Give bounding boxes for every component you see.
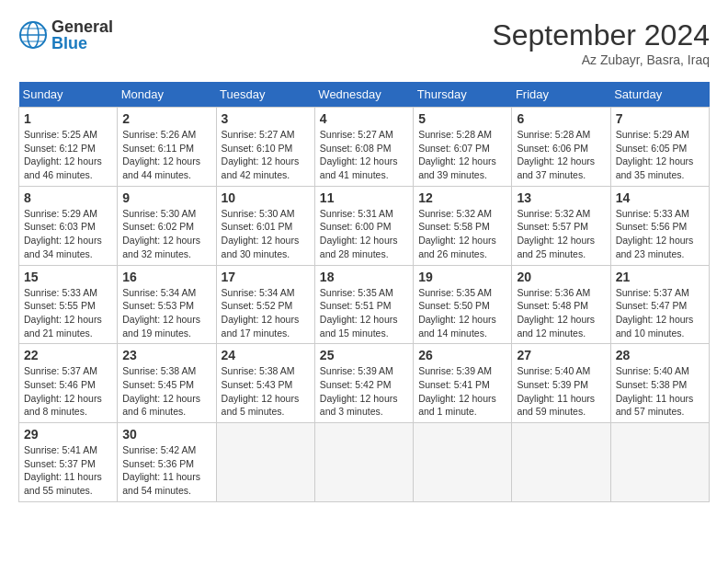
calendar-cell: 15Sunrise: 5:33 AMSunset: 5:55 PMDayligh… bbox=[19, 265, 118, 344]
day-number: 24 bbox=[222, 348, 310, 362]
calendar-cell: 29Sunrise: 5:41 AMSunset: 5:37 PMDayligh… bbox=[19, 423, 118, 502]
day-number: 9 bbox=[122, 190, 210, 205]
day-number: 10 bbox=[222, 190, 310, 205]
logo-text: General Blue bbox=[51, 18, 113, 52]
day-number: 5 bbox=[418, 111, 506, 126]
day-header-saturday: Saturday bbox=[610, 82, 709, 108]
day-header-monday: Monday bbox=[118, 82, 216, 108]
location: Az Zubayr, Basra, Iraq bbox=[492, 52, 710, 67]
cell-info: Sunrise: 5:32 AMSunset: 5:57 PMDaylight:… bbox=[517, 207, 605, 261]
calendar-cell: 2Sunrise: 5:26 AMSunset: 6:11 PMDaylight… bbox=[118, 108, 216, 187]
cell-info: Sunrise: 5:30 AMSunset: 6:02 PMDaylight:… bbox=[122, 207, 210, 261]
calendar-cell: 28Sunrise: 5:40 AMSunset: 5:38 PMDayligh… bbox=[610, 344, 709, 423]
page-header: General Blue September 2024 Az Zubayr, B… bbox=[18, 18, 710, 67]
cell-info: Sunrise: 5:32 AMSunset: 5:58 PMDaylight:… bbox=[418, 207, 506, 261]
day-number: 19 bbox=[418, 270, 506, 284]
day-number: 3 bbox=[222, 111, 310, 126]
calendar-cell: 3Sunrise: 5:27 AMSunset: 6:10 PMDaylight… bbox=[216, 108, 314, 187]
calendar-cell: 18Sunrise: 5:35 AMSunset: 5:51 PMDayligh… bbox=[314, 265, 413, 344]
cell-info: Sunrise: 5:40 AMSunset: 5:38 PMDaylight:… bbox=[616, 364, 704, 419]
cell-info: Sunrise: 5:35 AMSunset: 5:51 PMDaylight:… bbox=[320, 286, 408, 340]
calendar-cell bbox=[314, 423, 413, 502]
calendar-cell: 1Sunrise: 5:25 AMSunset: 6:12 PMDaylight… bbox=[19, 108, 118, 187]
title-block: September 2024 Az Zubayr, Basra, Iraq bbox=[492, 18, 710, 67]
day-number: 20 bbox=[517, 270, 605, 284]
day-number: 2 bbox=[122, 111, 210, 126]
week-row-1: 1Sunrise: 5:25 AMSunset: 6:12 PMDaylight… bbox=[19, 108, 710, 187]
logo: General Blue bbox=[18, 18, 113, 52]
cell-info: Sunrise: 5:29 AMSunset: 6:05 PMDaylight:… bbox=[616, 128, 704, 182]
calendar-cell: 17Sunrise: 5:34 AMSunset: 5:52 PMDayligh… bbox=[216, 265, 314, 344]
day-number: 16 bbox=[122, 270, 210, 284]
calendar-cell: 14Sunrise: 5:33 AMSunset: 5:56 PMDayligh… bbox=[610, 186, 709, 265]
calendar-cell: 30Sunrise: 5:42 AMSunset: 5:36 PMDayligh… bbox=[118, 423, 216, 502]
day-header-tuesday: Tuesday bbox=[216, 82, 314, 108]
cell-info: Sunrise: 5:27 AMSunset: 6:10 PMDaylight:… bbox=[222, 128, 310, 182]
calendar-cell: 13Sunrise: 5:32 AMSunset: 5:57 PMDayligh… bbox=[512, 186, 610, 265]
day-number: 13 bbox=[517, 190, 605, 205]
day-number: 23 bbox=[122, 348, 210, 362]
calendar-cell: 11Sunrise: 5:31 AMSunset: 6:00 PMDayligh… bbox=[314, 186, 413, 265]
day-number: 7 bbox=[616, 111, 704, 126]
day-number: 4 bbox=[320, 111, 408, 126]
calendar-cell bbox=[216, 423, 314, 502]
cell-info: Sunrise: 5:37 AMSunset: 5:46 PMDaylight:… bbox=[24, 364, 112, 419]
day-number: 30 bbox=[122, 427, 210, 442]
cell-info: Sunrise: 5:38 AMSunset: 5:45 PMDaylight:… bbox=[122, 364, 210, 419]
cell-info: Sunrise: 5:41 AMSunset: 5:37 PMDaylight:… bbox=[24, 443, 112, 498]
calendar-cell: 23Sunrise: 5:38 AMSunset: 5:45 PMDayligh… bbox=[118, 344, 216, 423]
day-number: 17 bbox=[222, 270, 310, 284]
day-number: 22 bbox=[24, 348, 112, 362]
calendar-cell: 21Sunrise: 5:37 AMSunset: 5:47 PMDayligh… bbox=[610, 265, 709, 344]
calendar-cell bbox=[512, 423, 610, 502]
day-number: 6 bbox=[517, 111, 605, 126]
calendar-cell: 4Sunrise: 5:27 AMSunset: 6:08 PMDaylight… bbox=[314, 108, 413, 187]
calendar-cell: 16Sunrise: 5:34 AMSunset: 5:53 PMDayligh… bbox=[118, 265, 216, 344]
cell-info: Sunrise: 5:36 AMSunset: 5:48 PMDaylight:… bbox=[517, 286, 605, 340]
calendar-cell: 12Sunrise: 5:32 AMSunset: 5:58 PMDayligh… bbox=[414, 186, 512, 265]
week-row-3: 15Sunrise: 5:33 AMSunset: 5:55 PMDayligh… bbox=[19, 265, 710, 344]
calendar-cell: 5Sunrise: 5:28 AMSunset: 6:07 PMDaylight… bbox=[414, 108, 512, 187]
day-number: 14 bbox=[616, 190, 704, 205]
day-number: 1 bbox=[24, 111, 112, 126]
week-row-5: 29Sunrise: 5:41 AMSunset: 5:37 PMDayligh… bbox=[19, 423, 710, 502]
calendar-cell: 10Sunrise: 5:30 AMSunset: 6:01 PMDayligh… bbox=[216, 186, 314, 265]
cell-info: Sunrise: 5:25 AMSunset: 6:12 PMDaylight:… bbox=[24, 128, 112, 182]
day-number: 27 bbox=[517, 348, 605, 362]
cell-info: Sunrise: 5:35 AMSunset: 5:50 PMDaylight:… bbox=[418, 286, 506, 340]
day-number: 8 bbox=[24, 190, 112, 205]
day-number: 18 bbox=[320, 270, 408, 284]
day-header-sunday: Sunday bbox=[19, 82, 118, 108]
cell-info: Sunrise: 5:27 AMSunset: 6:08 PMDaylight:… bbox=[320, 128, 408, 182]
cell-info: Sunrise: 5:30 AMSunset: 6:01 PMDaylight:… bbox=[222, 207, 310, 261]
day-number: 26 bbox=[418, 348, 506, 362]
cell-info: Sunrise: 5:28 AMSunset: 6:07 PMDaylight:… bbox=[418, 128, 506, 182]
calendar-cell bbox=[610, 423, 709, 502]
cell-info: Sunrise: 5:42 AMSunset: 5:36 PMDaylight:… bbox=[122, 443, 210, 498]
day-number: 28 bbox=[616, 348, 704, 362]
cell-info: Sunrise: 5:26 AMSunset: 6:11 PMDaylight:… bbox=[122, 128, 210, 182]
cell-info: Sunrise: 5:38 AMSunset: 5:43 PMDaylight:… bbox=[222, 364, 310, 419]
cell-info: Sunrise: 5:39 AMSunset: 5:42 PMDaylight:… bbox=[320, 364, 408, 419]
calendar-cell: 20Sunrise: 5:36 AMSunset: 5:48 PMDayligh… bbox=[512, 265, 610, 344]
day-header-wednesday: Wednesday bbox=[314, 82, 413, 108]
day-number: 25 bbox=[320, 348, 408, 362]
cell-info: Sunrise: 5:37 AMSunset: 5:47 PMDaylight:… bbox=[616, 286, 704, 340]
calendar-cell: 6Sunrise: 5:28 AMSunset: 6:06 PMDaylight… bbox=[512, 108, 610, 187]
calendar-cell: 25Sunrise: 5:39 AMSunset: 5:42 PMDayligh… bbox=[314, 344, 413, 423]
calendar-cell: 22Sunrise: 5:37 AMSunset: 5:46 PMDayligh… bbox=[19, 344, 118, 423]
week-row-2: 8Sunrise: 5:29 AMSunset: 6:03 PMDaylight… bbox=[19, 186, 710, 265]
logo-blue: Blue bbox=[51, 35, 113, 52]
calendar-cell bbox=[414, 423, 512, 502]
calendar-cell: 8Sunrise: 5:29 AMSunset: 6:03 PMDaylight… bbox=[19, 186, 118, 265]
calendar-cell: 26Sunrise: 5:39 AMSunset: 5:41 PMDayligh… bbox=[414, 344, 512, 423]
day-number: 29 bbox=[24, 427, 112, 442]
cell-info: Sunrise: 5:34 AMSunset: 5:53 PMDaylight:… bbox=[122, 286, 210, 340]
calendar-cell: 19Sunrise: 5:35 AMSunset: 5:50 PMDayligh… bbox=[414, 265, 512, 344]
cell-info: Sunrise: 5:33 AMSunset: 5:56 PMDaylight:… bbox=[616, 207, 704, 261]
cell-info: Sunrise: 5:28 AMSunset: 6:06 PMDaylight:… bbox=[517, 128, 605, 182]
day-number: 21 bbox=[616, 270, 704, 284]
calendar-cell: 24Sunrise: 5:38 AMSunset: 5:43 PMDayligh… bbox=[216, 344, 314, 423]
cell-info: Sunrise: 5:33 AMSunset: 5:55 PMDaylight:… bbox=[24, 286, 112, 340]
week-row-4: 22Sunrise: 5:37 AMSunset: 5:46 PMDayligh… bbox=[19, 344, 710, 423]
